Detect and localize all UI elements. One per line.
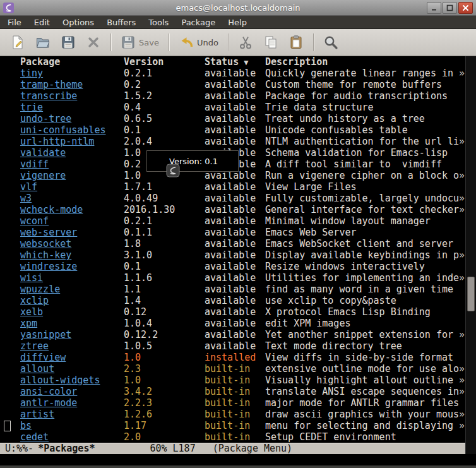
package-link[interactable]: allout-widgets xyxy=(20,375,100,386)
scrollbar[interactable] xyxy=(465,56,476,454)
modeline-buffer-name[interactable]: *Packages* xyxy=(38,443,95,454)
package-row[interactable]: windresize0.1availableResize windows int… xyxy=(0,261,465,272)
package-row[interactable]: transcribe1.5.2availablePackage for audi… xyxy=(0,90,465,102)
menu-package[interactable]: Package xyxy=(175,16,222,28)
package-link[interactable]: yasnippet xyxy=(20,329,71,340)
package-link[interactable]: websocket xyxy=(20,238,71,249)
package-row[interactable]: xelb0.12availableX protocol Emacs Lisp B… xyxy=(0,306,465,318)
close-x-button[interactable] xyxy=(81,32,106,52)
scrollbar-thumb[interactable] xyxy=(467,277,475,311)
undo-button[interactable]: Undo xyxy=(174,32,223,52)
cut-scissors-button[interactable] xyxy=(233,32,258,52)
package-link[interactable]: w3 xyxy=(20,193,32,204)
package-row[interactable]: bs1.17built-inmenu for selecting and dis… xyxy=(0,420,465,431)
package-row[interactable]: wpuzzle1.1availablefind as many word in … xyxy=(0,284,465,295)
modeline-major-mode[interactable]: (Package Menu) xyxy=(213,443,292,454)
package-link[interactable]: windresize xyxy=(20,261,77,272)
header-description[interactable]: Description xyxy=(265,56,328,68)
package-row[interactable]: vlf1.7.1availableView Large Files xyxy=(0,181,465,193)
copy-pages-button[interactable] xyxy=(258,32,283,52)
close-button[interactable] xyxy=(458,2,473,14)
header-version[interactable]: Version xyxy=(124,56,164,68)
menu-edit[interactable]: Edit xyxy=(28,16,56,28)
package-row[interactable]: undo-tree0.6.5availableTreat undo histor… xyxy=(0,113,465,124)
open-folder-button[interactable] xyxy=(30,32,56,52)
header-package[interactable]: Package xyxy=(20,56,60,68)
package-row[interactable]: tramp-theme0.2availableCustom theme for … xyxy=(0,79,465,90)
package-row[interactable]: allout2.3built-inextensive outline mode … xyxy=(0,363,465,375)
package-row[interactable]: wcheck-mode2016.1.30availableGeneral int… xyxy=(0,204,465,215)
package-link[interactable]: web-server xyxy=(20,227,77,238)
package-row[interactable]: w34.0.49availableFully customizable, lar… xyxy=(0,193,465,204)
package-link[interactable]: xclip xyxy=(20,295,49,306)
package-link[interactable]: cedet xyxy=(20,431,49,443)
menu-file[interactable]: File xyxy=(1,16,28,28)
package-link[interactable]: xpm xyxy=(20,318,37,329)
package-row[interactable]: antlr-mode2.2.3built-inmajor mode for AN… xyxy=(0,397,465,409)
package-link[interactable]: validate xyxy=(20,147,66,159)
package-link[interactable]: url-http-ntlm xyxy=(20,136,94,147)
menu-options[interactable]: Options xyxy=(56,16,100,28)
package-link[interactable]: vigenere xyxy=(20,170,66,181)
package-row[interactable]: wisi1.1.6availableUtilities for implemen… xyxy=(0,272,465,284)
package-description: NTLM authentication for the url li xyxy=(265,136,459,147)
save-button[interactable]: Save xyxy=(116,32,164,52)
package-link[interactable]: ansi-color xyxy=(20,386,77,397)
package-link[interactable]: undo-tree xyxy=(20,113,71,124)
maximize-button[interactable] xyxy=(443,2,457,14)
package-link[interactable]: tramp-theme xyxy=(20,79,83,90)
package-row[interactable]: xclip1.4availableuse xclip to copy&paste xyxy=(0,295,465,306)
package-link[interactable]: wisi xyxy=(20,272,43,284)
package-row[interactable]: ansi-color3.4.2built-intranslate ANSI es… xyxy=(0,386,465,397)
package-version: 1.8 xyxy=(124,238,141,249)
package-row[interactable]: wconf0.2.1availableMinimal window layout… xyxy=(0,215,465,227)
package-row[interactable]: tiny0.2.1availableQuickly generate linea… xyxy=(0,68,465,79)
package-row[interactable]: trie0.4availableTrie data structure xyxy=(0,102,465,113)
package-row[interactable]: ztree1.0.5availableText mode directory t… xyxy=(0,340,465,352)
package-link[interactable]: trie xyxy=(20,102,43,113)
package-row[interactable]: yasnippet0.12.2availableYet another snip… xyxy=(0,329,465,340)
search-magnifier-button[interactable] xyxy=(318,32,343,52)
package-status: available xyxy=(205,68,256,79)
package-row[interactable]: cedet2.0built-inSetup CEDET environment xyxy=(0,431,465,443)
package-link[interactable]: xelb xyxy=(20,306,43,318)
package-description: translate ANSI escape sequences in xyxy=(265,386,459,397)
header-status[interactable]: Status▼ xyxy=(205,56,248,68)
package-row[interactable]: artist1.2.6built-indraw ascii graphics w… xyxy=(0,409,465,420)
package-link[interactable]: wpuzzle xyxy=(20,284,60,295)
package-row[interactable]: websocket1.8availableEmacs WebSocket cli… xyxy=(0,238,465,249)
save-disk-button[interactable] xyxy=(56,32,81,52)
package-row[interactable]: which-key3.1.0availableDisplay available… xyxy=(0,249,465,261)
package-row[interactable]: uni-confusables0.1availableUnicode confu… xyxy=(0,124,465,136)
package-status: available xyxy=(205,102,256,113)
package-link[interactable]: artist xyxy=(20,409,54,420)
package-link[interactable]: vlf xyxy=(20,181,37,193)
new-file-button[interactable] xyxy=(5,32,30,52)
package-row[interactable]: diffview1.0installedView diffs in side-b… xyxy=(0,352,465,363)
emacs-app-icon[interactable] xyxy=(3,3,14,13)
package-link[interactable]: ztree xyxy=(20,340,49,352)
paste-clipboard-button[interactable] xyxy=(283,32,309,52)
package-row[interactable]: url-http-ntlm2.0.4availableNTLM authenti… xyxy=(0,136,465,147)
minimize-button[interactable] xyxy=(427,2,441,14)
package-description: Treat undo history as a tree xyxy=(265,113,425,124)
package-description: extensive outline mode for use alo xyxy=(265,363,459,375)
package-status: available xyxy=(205,90,256,102)
package-link[interactable]: bs xyxy=(20,420,32,431)
package-link[interactable]: wcheck-mode xyxy=(20,204,83,215)
package-link[interactable]: vdiff xyxy=(20,159,49,170)
package-link[interactable]: antlr-mode xyxy=(20,397,77,409)
package-link[interactable]: tiny xyxy=(20,68,43,79)
package-row[interactable]: xpm1.0.4availableedit XPM images xyxy=(0,318,465,329)
package-link[interactable]: diffview xyxy=(20,352,66,363)
menu-buffers[interactable]: Buffers xyxy=(100,16,142,28)
package-link[interactable]: wconf xyxy=(20,215,49,227)
package-row[interactable]: allout-widgets1.0built-inVisually highli… xyxy=(0,375,465,386)
package-row[interactable]: web-server0.1.1availableEmacs Web Server xyxy=(0,227,465,238)
package-link[interactable]: uni-confusables xyxy=(20,124,105,136)
menu-help[interactable]: Help xyxy=(222,16,253,28)
package-link[interactable]: transcribe xyxy=(20,90,77,102)
package-link[interactable]: allout xyxy=(20,363,54,375)
package-link[interactable]: which-key xyxy=(20,249,71,261)
menu-tools[interactable]: Tools xyxy=(142,16,175,28)
